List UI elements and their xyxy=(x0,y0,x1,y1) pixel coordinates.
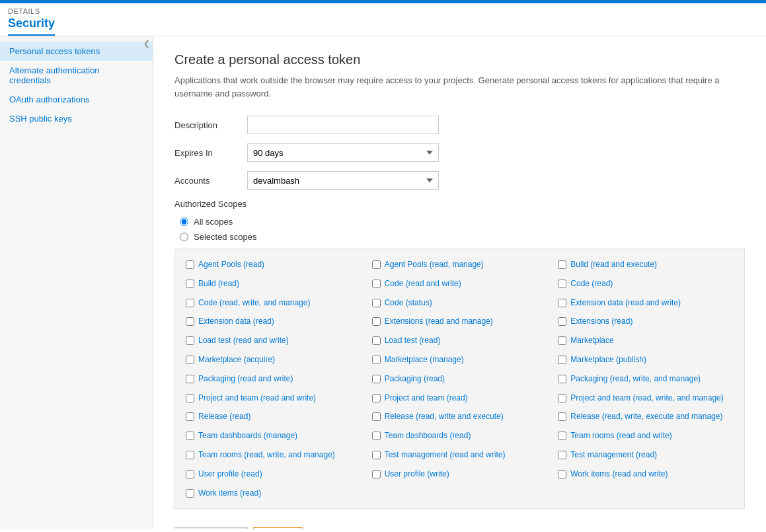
scope-checkbox-29[interactable] xyxy=(558,432,566,440)
scope-checkbox-31[interactable] xyxy=(372,451,381,459)
scope-checkbox-36[interactable] xyxy=(186,489,194,498)
scope-label: Release (read) xyxy=(198,411,250,422)
scope-item: Load test (read and write) xyxy=(186,333,362,348)
accounts-select[interactable]: devalmbash xyxy=(247,171,439,190)
scope-checkbox-28[interactable] xyxy=(372,432,381,440)
scope-item: Release (read) xyxy=(186,409,362,424)
main-content: Create a personal access token Applicati… xyxy=(153,36,766,529)
scope-item: Extension data (read) xyxy=(186,314,362,329)
scope-item: User profile (write) xyxy=(372,467,548,482)
collapse-icon[interactable]: ❮ xyxy=(143,39,150,48)
scope-checkbox-22[interactable] xyxy=(372,394,381,402)
scope-checkbox-26[interactable] xyxy=(558,412,566,421)
scope-checkbox-20[interactable] xyxy=(558,375,566,383)
scope-checkbox-18[interactable] xyxy=(186,375,194,383)
scopes-title: Authorized Scopes xyxy=(174,199,745,209)
scope-item: Release (read, write, execute and manage… xyxy=(558,409,734,424)
scope-item: Marketplace (publish) xyxy=(558,352,734,367)
scope-item: Test management (read) xyxy=(558,447,734,463)
scope-label: Code (read and write) xyxy=(385,278,461,289)
scope-label: User profile (write) xyxy=(385,469,449,480)
all-scopes-radio[interactable] xyxy=(180,217,188,226)
footer-buttons: Create Token Cancel xyxy=(174,527,745,529)
scope-label: Work items (read) xyxy=(198,488,261,499)
scope-label: Work items (read and write) xyxy=(570,469,668,480)
scope-checkbox-17[interactable] xyxy=(558,356,566,364)
header: DETAILS Security xyxy=(0,3,766,36)
sidebar-item-personal-access-tokens[interactable]: Personal access tokens xyxy=(0,42,153,61)
scope-checkbox-34[interactable] xyxy=(372,470,381,478)
scope-label: Project and team (read) xyxy=(385,393,468,404)
scope-checkbox-9[interactable] xyxy=(186,317,194,326)
scope-checkbox-25[interactable] xyxy=(372,412,381,421)
create-token-button[interactable]: Create Token xyxy=(174,527,248,529)
scope-item: Extension data (read and write) xyxy=(558,295,734,311)
selected-scopes-radio-label[interactable]: Selected scopes xyxy=(180,232,745,242)
sidebar-item-oauth[interactable]: OAuth authorizations xyxy=(0,90,153,109)
scope-item: Code (status) xyxy=(372,295,548,311)
scope-checkbox-3[interactable] xyxy=(186,280,194,288)
scope-label: Team dashboards (manage) xyxy=(198,430,297,441)
scope-label: Build (read) xyxy=(198,278,239,289)
scope-checkbox-35[interactable] xyxy=(558,470,566,478)
scope-checkbox-16[interactable] xyxy=(372,356,381,364)
scope-label: Extensions (read) xyxy=(570,316,632,327)
expires-select[interactable]: 90 days30 days60 daysCustom defined xyxy=(247,143,439,162)
scope-item: Code (read) xyxy=(558,276,734,291)
scope-label: User profile (read) xyxy=(198,469,262,480)
scope-checkbox-14[interactable] xyxy=(558,336,566,345)
scope-item: Marketplace (manage) xyxy=(372,352,548,367)
scope-checkbox-19[interactable] xyxy=(372,375,381,383)
sidebar-item-alternate-auth[interactable]: Alternate authentication credentials xyxy=(0,61,153,90)
layout: ❮ Personal access tokensAlternate authen… xyxy=(0,36,766,529)
scope-label: Packaging (read) xyxy=(385,373,445,385)
scope-label: Marketplace (publish) xyxy=(570,354,646,365)
scope-checkbox-11[interactable] xyxy=(558,317,566,326)
scope-label: Agent Pools (read, manage) xyxy=(385,259,484,270)
scope-checkbox-32[interactable] xyxy=(558,451,566,459)
cancel-button[interactable]: Cancel xyxy=(253,527,302,529)
scope-checkbox-5[interactable] xyxy=(558,280,566,288)
scope-checkbox-13[interactable] xyxy=(372,336,381,345)
header-title: Security xyxy=(8,17,55,36)
scope-checkbox-33[interactable] xyxy=(186,470,194,478)
description-input[interactable] xyxy=(247,116,439,134)
scope-item: Load test (read) xyxy=(372,333,548,348)
scope-item: Build (read and execute) xyxy=(558,257,734,272)
sidebar-item-ssh-keys[interactable]: SSH public keys xyxy=(0,109,153,128)
all-scopes-label: All scopes xyxy=(194,217,233,227)
scope-item: Project and team (read) xyxy=(372,391,548,406)
scope-checkbox-24[interactable] xyxy=(186,412,194,421)
scope-checkbox-1[interactable] xyxy=(372,260,381,269)
scope-label: Load test (read and write) xyxy=(198,335,289,346)
scope-checkbox-23[interactable] xyxy=(558,394,566,402)
scope-label: Test management (read) xyxy=(570,449,657,461)
scope-checkbox-10[interactable] xyxy=(372,317,381,326)
selected-scopes-radio[interactable] xyxy=(180,233,188,241)
page-description: Applications that work outside the brows… xyxy=(174,74,745,100)
scope-label: Code (status) xyxy=(385,297,432,309)
scope-checkbox-2[interactable] xyxy=(558,260,566,269)
scope-checkbox-21[interactable] xyxy=(186,394,194,402)
scope-label: Packaging (read and write) xyxy=(198,373,293,385)
scope-checkbox-8[interactable] xyxy=(558,299,566,307)
scope-label: Code (read) xyxy=(570,278,613,289)
scope-checkbox-6[interactable] xyxy=(186,299,194,307)
description-label: Description xyxy=(174,120,247,130)
scope-label: Team dashboards (read) xyxy=(385,430,471,441)
scope-checkbox-15[interactable] xyxy=(186,356,194,364)
scope-label: Test management (read and write) xyxy=(385,449,506,461)
scope-checkbox-27[interactable] xyxy=(186,432,194,440)
scope-checkbox-12[interactable] xyxy=(186,336,194,345)
scope-item: Packaging (read) xyxy=(372,371,548,387)
scope-checkbox-0[interactable] xyxy=(186,260,194,269)
scope-checkbox-30[interactable] xyxy=(186,451,194,459)
all-scopes-radio-label[interactable]: All scopes xyxy=(180,217,745,227)
scope-checkbox-4[interactable] xyxy=(372,280,381,288)
scope-item: Marketplace xyxy=(558,333,734,348)
description-row: Description xyxy=(174,116,745,134)
scope-checkbox-7[interactable] xyxy=(372,299,381,307)
scope-label: Marketplace (acquire) xyxy=(198,354,275,365)
expires-row: Expires In 90 days30 days60 daysCustom d… xyxy=(174,143,745,162)
scope-label: Marketplace (manage) xyxy=(385,354,464,365)
